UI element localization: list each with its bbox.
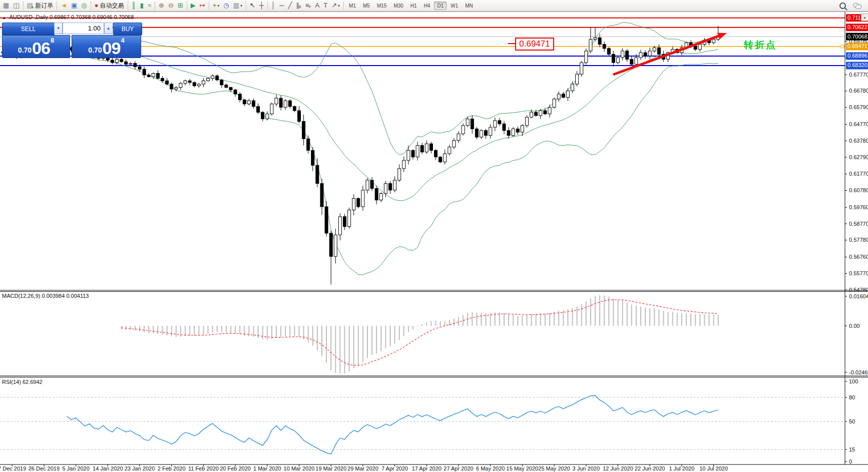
dropdown-arrow-icon[interactable]: ▾ — [338, 4, 340, 8]
buy-button[interactable]: BUY — [113, 23, 142, 35]
candle-style-button[interactable]: ▮ — [138, 0, 146, 11]
candle-body — [329, 233, 332, 256]
volume-input[interactable]: 1.00 — [63, 23, 104, 34]
search-icon[interactable] — [839, 3, 846, 9]
buy-price-base: 0.70 — [88, 45, 102, 56]
text-label-glyph: T — [323, 1, 327, 11]
candle-body — [393, 180, 396, 190]
timeframe-mn-button[interactable]: MN — [462, 2, 476, 10]
timeframe-m30-button[interactable]: M30 — [390, 2, 406, 10]
sell-price-big: 06 — [32, 41, 50, 56]
date-tick-label: 1 Mar 2020 — [253, 465, 281, 471]
crosshair-button[interactable]: ┼ — [257, 0, 266, 11]
text-button[interactable]: A — [313, 0, 322, 11]
auto-trading-glyph: ● — [95, 1, 99, 11]
horizontal-line-button[interactable]: ─ — [277, 0, 286, 11]
candle-body — [266, 114, 269, 119]
indicators-glyph: + — [213, 1, 217, 11]
horizontal-line-glyph: ─ — [279, 1, 284, 11]
turning-point-annotation[interactable]: 转折点 — [744, 39, 777, 52]
signal-icon[interactable]: ◎ — [79, 0, 89, 11]
toolbar-separator — [343, 1, 344, 10]
price-badge-label: 0.68320 — [847, 62, 867, 68]
price-callout-label[interactable]: 0.69471 — [515, 38, 554, 51]
price-tick-label: 0.66780 — [849, 88, 868, 94]
candle-body — [448, 147, 451, 154]
template-button[interactable]: ▥▾ — [231, 0, 244, 11]
data-window-icon[interactable]: ◫ — [11, 0, 21, 11]
price-tick-label: 0.58770 — [849, 221, 868, 227]
price-tick-label: 0.59760 — [849, 204, 868, 210]
timeframe-h1-button[interactable]: H1 — [407, 2, 420, 10]
line-handle[interactable] — [841, 45, 844, 48]
candle-body — [202, 81, 205, 84]
toolbar-separator — [187, 1, 187, 10]
sell-button[interactable]: SELL — [2, 23, 55, 35]
candle-body — [626, 51, 629, 60]
rsi-axis-label: 0 — [849, 458, 852, 464]
scroll-up-button[interactable]: ▲ — [861, 14, 868, 21]
market-watch-icon-glyph: ▦ — [3, 1, 9, 11]
candle-body — [156, 74, 159, 79]
candle-body — [229, 88, 232, 90]
fibonacci-button[interactable]: ≡F — [303, 0, 313, 11]
trendline-button[interactable]: ╱ — [286, 0, 294, 11]
zoom-in-button[interactable]: ⊕ — [157, 0, 166, 11]
date-tick-label: 26 Dec 2019 — [29, 465, 60, 471]
line-style-button[interactable]: ≈ — [146, 0, 153, 11]
timeframe-w1-button[interactable]: W1 — [448, 2, 461, 10]
trendline-glyph: ╱ — [288, 1, 292, 11]
candle-body — [252, 101, 255, 107]
toolbar-separator — [57, 1, 57, 10]
candle-body — [457, 134, 460, 140]
timeframe-d1-button[interactable]: D1 — [434, 2, 447, 10]
text-label-button[interactable]: T — [321, 0, 329, 11]
new-order-button[interactable]: ▤+新订单 — [25, 0, 56, 11]
chart-shift-button[interactable]: ↦ — [198, 0, 207, 11]
timeframe-h4-button[interactable]: H4 — [421, 2, 433, 10]
chat-icon[interactable] — [853, 3, 861, 9]
candle-body — [617, 58, 620, 63]
buy-price-button[interactable]: 0.70 09 4 — [72, 35, 141, 58]
candle-body — [512, 129, 515, 135]
indicators-button[interactable]: +▾ — [211, 0, 222, 11]
cursor-button[interactable]: ↖ — [248, 0, 257, 11]
channel-button[interactable]: ∥E — [294, 0, 303, 11]
auto-scroll-button[interactable]: ▶ — [189, 0, 198, 11]
arrows-button[interactable]: ↗▾ — [329, 0, 342, 11]
timeframe-m5-button[interactable]: M5 — [360, 2, 373, 10]
zoom-out-button[interactable]: ⊖ — [166, 0, 176, 11]
timeframe-m1-button[interactable]: M1 — [346, 2, 359, 10]
candle-body — [475, 129, 478, 137]
zoom-in-glyph: ⊕ — [159, 1, 164, 11]
market-watch-icon[interactable]: ▦ — [1, 0, 11, 11]
line-style-glyph: ≈ — [148, 1, 151, 11]
candle-body — [293, 107, 296, 111]
macd-axis-label: -0.024625 — [849, 369, 868, 375]
chart-canvas[interactable]: 0.697800.687900.677700.667800.657900.647… — [0, 0, 868, 472]
candle-body — [361, 190, 364, 207]
trend-arrow-line[interactable] — [613, 35, 722, 75]
candle-body — [494, 121, 497, 127]
dropdown-arrow-icon[interactable]: ▾ — [217, 4, 219, 8]
auto-trading-button[interactable]: ●自动交易 — [93, 0, 126, 11]
vertical-line-button[interactable]: │ — [269, 0, 277, 11]
alert-trumpet-icon[interactable]: ◄ — [59, 0, 69, 11]
timeframe-m15-button[interactable]: M15 — [374, 2, 389, 10]
dropdown-arrow-icon[interactable]: ▾ — [240, 4, 242, 8]
volume-decrease-button[interactable]: ▼ — [54, 23, 63, 34]
symbol-timeframe-label: AUDUSD-,Daily — [9, 14, 48, 20]
tile-windows-button[interactable]: ⊞ — [176, 0, 185, 11]
sell-price-button[interactable]: 0.70 06 8 — [2, 35, 70, 58]
bar-chart-style-button[interactable]: ║ — [130, 0, 138, 11]
candle-body — [503, 124, 506, 130]
candle-body — [420, 146, 423, 152]
terminal-icon[interactable]: ▣ — [69, 0, 79, 11]
toolbar-separator — [267, 1, 268, 10]
period-clock-button[interactable]: ◷ — [221, 0, 231, 11]
price-tick-label: 0.55770 — [849, 270, 868, 276]
text-glyph: A — [315, 1, 320, 11]
volume-increase-button[interactable]: ▲ — [104, 23, 113, 34]
bollinger-upper-band[interactable] — [90, 23, 718, 155]
candle-body — [188, 81, 191, 82]
